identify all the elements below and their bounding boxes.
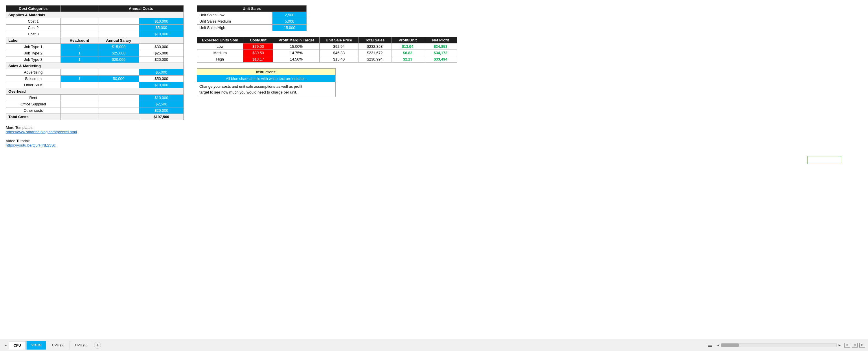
pricing-med-profitunit: $6.83 (391, 50, 424, 56)
table-row: Unit Sales High 15,000 (197, 25, 307, 31)
pricing-high-netprofit: $33,494 (424, 56, 457, 63)
salesmen-total: $50,000 (139, 76, 184, 82)
tab-cpu[interactable]: CPU (9, 341, 26, 350)
pricing-col-totalsales: Total Sales (358, 37, 391, 43)
more-templates-link[interactable]: https://www.smarthelping.com/p/excel.htm… (6, 130, 77, 134)
menu-dots-icon[interactable] (707, 343, 713, 348)
rent-label: Rent (6, 95, 61, 101)
normal-view-icon[interactable]: ≡ (844, 343, 850, 348)
job2-total: $25,000 (139, 50, 184, 56)
section-supplies: Supplies & Materials (6, 12, 184, 18)
othersm-value[interactable]: $10,000 (139, 82, 184, 88)
cost-table: Cost Categories Annual Costs Supplies & … (6, 5, 184, 120)
pricing-col-margin: Profit Margin Target (273, 37, 319, 43)
pricing-low-saleprice: $92.94 (319, 43, 358, 50)
scroll-right-arrow[interactable]: ► (838, 343, 841, 347)
table-row: Cost 2 $5,000 (6, 25, 184, 31)
section-labor: Labor Headcount Annual Salary (6, 37, 184, 44)
video-tutorial: Video Tutorial: https://youtu.be/Q5rHjNL… (6, 136, 185, 150)
office-value[interactable]: $2,500 (139, 101, 184, 108)
pricing-med-saleprice: $46.33 (319, 50, 358, 56)
tab-cpu3[interactable]: CPU (3) (70, 341, 92, 350)
bottom-spacer (0, 176, 868, 194)
row-cost2-label: Cost 2 (6, 25, 61, 31)
tab-nav-left[interactable]: ► (3, 342, 9, 348)
unit-sales-low-label: Unit Sales Low (197, 12, 273, 18)
other-costs-label: Other costs (6, 108, 61, 114)
section-label-labor: Labor (6, 37, 61, 44)
job2-salary[interactable]: $25,000 (98, 50, 139, 56)
labor-subheader-headcount: Headcount (60, 37, 98, 44)
add-sheet-button[interactable]: + (94, 342, 101, 349)
row-cost3-value[interactable]: $10,000 (139, 31, 184, 37)
col-header-annual-costs: Annual Costs (98, 5, 183, 12)
unit-sales-med-value[interactable]: 5,000 (273, 18, 307, 25)
instructions-blue-line: All blue shaded cells with white text ar… (197, 75, 335, 82)
tab-visual[interactable]: Visual (26, 341, 46, 350)
table-row: Unit Sales Medium 5,000 (197, 18, 307, 25)
table-row: Job Type 1 2 $15,000 $30,000 (6, 44, 184, 50)
pricing-med-cost[interactable]: $39.50 (243, 50, 273, 56)
pricing-low-totalsales: $232,353 (358, 43, 391, 50)
section-overhead: Overhead (6, 88, 184, 95)
job2-label: Job Type 2 (6, 50, 61, 56)
pricing-col-cost: Cost/Unit (243, 37, 273, 43)
other-costs-value[interactable]: $20,000 (139, 108, 184, 114)
table-row: Cost 3 $10,000 (6, 31, 184, 37)
tab-cpu2[interactable]: CPU (2) (47, 341, 69, 350)
pricing-low-margin[interactable]: 15.00% (273, 43, 319, 50)
job2-headcount[interactable]: 1 (60, 50, 98, 56)
more-templates: More Templates: https://www.smarthelping… (6, 120, 185, 136)
row-cost2-value[interactable]: $5,000 (139, 25, 184, 31)
pricing-low-profitunit: $13.94 (391, 43, 424, 50)
pricing-high-cost[interactable]: $13.17 (243, 56, 273, 63)
pricing-low-cost[interactable]: $79.00 (243, 43, 273, 50)
row-cost1-value[interactable]: $10,000 (139, 18, 184, 25)
othersm-label: Other S&M (6, 82, 61, 88)
total-value: $197,500 (139, 114, 184, 120)
horizontal-scrollbar[interactable] (721, 343, 837, 347)
table-row: Job Type 2 1 $25,000 $25,000 (6, 50, 184, 56)
salesmen-headcount[interactable]: 1 (60, 76, 98, 82)
job1-total: $30,000 (139, 44, 184, 50)
scroll-left-arrow[interactable]: ◄ (716, 343, 720, 347)
row-cost1-col3 (98, 18, 139, 25)
job1-headcount[interactable]: 2 (60, 44, 98, 50)
instructions-title: Instructions: (197, 69, 335, 75)
video-tutorial-label: Video Tutorial: (6, 139, 185, 143)
table-row: Low $79.00 15.00% $92.94 $232,353 $13.94… (197, 43, 457, 50)
unit-sales-header: Unit Sales (197, 5, 307, 12)
table-row: Rent $10,000 (6, 95, 184, 101)
unit-sales-high-label: Unit Sales High (197, 25, 273, 31)
total-label: Total Costs (6, 114, 61, 120)
tab-bar-left: ► CPU Visual CPU (2) CPU (3) + (3, 341, 101, 350)
advertising-value[interactable]: $5,000 (139, 69, 184, 76)
table-row: Office Supplied $2,500 (6, 101, 184, 108)
table-row: Unit Sales Low 2,500 (197, 12, 307, 18)
section-label-sales: Sales & Marketing (6, 63, 184, 69)
salesmen-salary[interactable]: 50,000 (98, 76, 139, 82)
rent-value[interactable]: $10,000 (139, 95, 184, 101)
pricing-high-margin[interactable]: 14.50% (273, 56, 319, 63)
video-tutorial-link[interactable]: https://youtu.be/Q5rHjNL23Sc (6, 143, 56, 147)
instructions-box: Instructions: All blue shaded cells with… (197, 68, 336, 97)
tab-bar-right: ◄ ► ≡ ⊞ ⊟ (707, 343, 865, 348)
table-row: Salesmen 1 50,000 $50,000 (6, 76, 184, 82)
unit-sales-low-value[interactable]: 2,500 (273, 12, 307, 18)
job1-salary[interactable]: $15,000 (98, 44, 139, 50)
page-break-icon[interactable]: ⊟ (859, 343, 865, 348)
job3-salary[interactable]: $20,000 (98, 56, 139, 63)
pricing-med-units: Medium (197, 50, 243, 56)
unit-sales-high-value[interactable]: 15,000 (273, 25, 307, 31)
job3-headcount[interactable]: 1 (60, 56, 98, 63)
salesmen-label: Salesmen (6, 76, 61, 82)
pricing-table: Expected Units Sold Cost/Unit Profit Mar… (197, 37, 457, 63)
pricing-med-totalsales: $231,672 (358, 50, 391, 56)
pricing-col-units: Expected Units Sold (197, 37, 243, 43)
pricing-col-profitunit: Profit/Unit (391, 37, 424, 43)
pricing-low-netprofit: $34,853 (424, 43, 457, 50)
page-layout-icon[interactable]: ⊞ (852, 343, 858, 348)
empty-green-cell (807, 156, 842, 164)
pricing-med-margin[interactable]: 14.75% (273, 50, 319, 56)
pricing-high-saleprice: $15.40 (319, 56, 358, 63)
